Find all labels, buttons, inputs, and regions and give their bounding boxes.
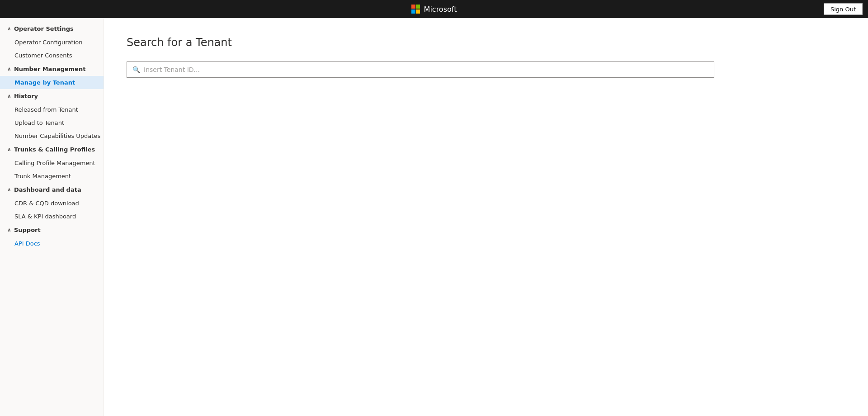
sidebar-item-number-capabilities-updates[interactable]: Number Capabilities Updates <box>0 129 104 142</box>
sidebar-section-number-management[interactable]: ∧Number Management <box>0 62 104 76</box>
sidebar-item-released-from-tenant[interactable]: Released from Tenant <box>0 103 104 116</box>
search-box[interactable]: 🔍 <box>127 61 714 78</box>
logo-yellow-square <box>416 9 420 14</box>
sidebar-section-label-operator-settings: Operator Settings <box>14 25 74 32</box>
logo-blue-square <box>411 9 415 14</box>
sidebar-item-trunk-management[interactable]: Trunk Management <box>0 170 104 183</box>
sidebar-section-dashboard-and-data[interactable]: ∧Dashboard and data <box>0 183 104 197</box>
chevron-dashboard-and-data-icon: ∧ <box>7 187 11 193</box>
sidebar-section-label-support: Support <box>14 227 41 233</box>
sidebar: ∧Operator SettingsOperator Configuration… <box>0 18 104 416</box>
main-layout: ∧Operator SettingsOperator Configuration… <box>0 18 868 416</box>
logo-green-square <box>416 5 420 9</box>
sidebar-section-label-history: History <box>14 93 38 99</box>
sidebar-section-operator-settings[interactable]: ∧Operator Settings <box>0 22 104 36</box>
chevron-trunks-calling-profiles-icon: ∧ <box>7 147 11 152</box>
sidebar-item-cdr-cqd-download[interactable]: CDR & CQD download <box>0 197 104 210</box>
sidebar-item-upload-to-tenant[interactable]: Upload to Tenant <box>0 116 104 129</box>
chevron-support-icon: ∧ <box>7 227 11 233</box>
sidebar-item-sla-kpi-dashboard[interactable]: SLA & KPI dashboard <box>0 210 104 223</box>
sidebar-section-trunks-calling-profiles[interactable]: ∧Trunks & Calling Profiles <box>0 142 104 156</box>
sidebar-item-calling-profile-management[interactable]: Calling Profile Management <box>0 156 104 170</box>
sidebar-section-label-dashboard-and-data: Dashboard and data <box>14 186 81 193</box>
sidebar-section-support[interactable]: ∧Support <box>0 223 104 237</box>
page-title: Search for a Tenant <box>127 36 845 49</box>
brand-logo: Microsoft <box>411 5 457 14</box>
sidebar-item-operator-configuration[interactable]: Operator Configuration <box>0 36 104 49</box>
sidebar-item-customer-consents[interactable]: Customer Consents <box>0 49 104 62</box>
sidebar-item-manage-by-tenant[interactable]: Manage by Tenant <box>0 76 104 89</box>
search-input[interactable] <box>144 66 708 73</box>
sidebar-section-history[interactable]: ∧History <box>0 89 104 103</box>
sidebar-section-label-number-management: Number Management <box>14 66 85 72</box>
content-area: Search for a Tenant 🔍 <box>104 18 868 416</box>
chevron-operator-settings-icon: ∧ <box>7 26 11 32</box>
search-icon: 🔍 <box>132 66 140 73</box>
signout-button[interactable]: Sign Out <box>824 4 863 15</box>
chevron-history-icon: ∧ <box>7 93 11 99</box>
logo-red-square <box>411 5 415 9</box>
chevron-number-management-icon: ∧ <box>7 66 11 72</box>
sidebar-section-label-trunks-calling-profiles: Trunks & Calling Profiles <box>14 146 95 153</box>
microsoft-logo <box>411 5 420 14</box>
topbar: Microsoft Sign Out <box>0 0 868 18</box>
sidebar-item-api-docs[interactable]: API Docs <box>0 237 104 250</box>
brand-name: Microsoft <box>424 5 457 14</box>
